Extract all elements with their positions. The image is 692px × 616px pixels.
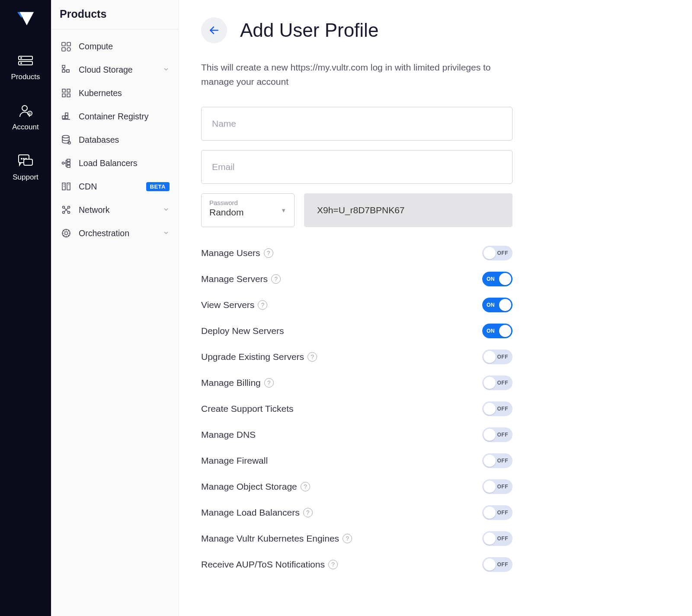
- password-mode-select[interactable]: Password Random ▼: [201, 193, 295, 227]
- permission-toggle[interactable]: OFF: [482, 427, 513, 442]
- toggle-knob: [499, 325, 511, 337]
- svg-rect-14: [62, 42, 65, 46]
- sidebar-item-kubernetes[interactable]: Kubernetes: [51, 81, 178, 105]
- svg-rect-18: [62, 65, 65, 68]
- svg-rect-24: [67, 94, 70, 97]
- permission-label: Upgrade Existing Servers: [201, 352, 304, 362]
- permission-label: Receive AUP/ToS Notifications: [201, 559, 325, 570]
- registry-icon: [61, 111, 72, 122]
- permission-toggle[interactable]: OFF: [482, 350, 513, 364]
- permission-row: Manage DNSOFF: [201, 422, 513, 448]
- svg-rect-33: [67, 165, 70, 167]
- rail-item-support[interactable]: Support: [0, 145, 51, 196]
- permission-toggle[interactable]: OFF: [482, 531, 513, 546]
- account-icon: $: [18, 104, 33, 119]
- svg-point-17: [67, 48, 70, 51]
- sidebar-list: ComputeCloud StorageKubernetesContainer …: [51, 29, 178, 245]
- permission-label: Manage Object Storage: [201, 481, 297, 492]
- name-field[interactable]: Name: [201, 107, 513, 141]
- svg-text:$: $: [29, 112, 31, 116]
- permission-toggle[interactable]: ON: [482, 298, 513, 312]
- compute-icon: [61, 41, 72, 52]
- sidebar-item-load-balancers[interactable]: Load Balancers: [51, 151, 178, 175]
- sidebar-item-label: Network: [79, 205, 163, 215]
- logo[interactable]: [16, 10, 35, 29]
- permission-toggle[interactable]: OFF: [482, 453, 513, 468]
- sidebar-item-network[interactable]: Network: [51, 198, 178, 221]
- toggle-state-text: OFF: [497, 458, 509, 464]
- email-field[interactable]: Email: [201, 150, 513, 184]
- network-icon: [61, 204, 72, 215]
- generated-password-field[interactable]: X9h=U_r8D7BPNK67: [304, 193, 513, 227]
- permission-toggle[interactable]: ON: [482, 272, 513, 286]
- toggle-state-text: ON: [487, 328, 495, 334]
- sidebar-item-label: Load Balancers: [79, 158, 170, 168]
- permission-row: Manage Servers?ON: [201, 266, 513, 292]
- toggle-knob: [484, 481, 496, 493]
- help-icon[interactable]: ?: [264, 248, 273, 258]
- help-icon[interactable]: ?: [308, 352, 317, 362]
- name-placeholder: Name: [212, 119, 236, 129]
- back-button[interactable]: [201, 17, 227, 43]
- permission-toggle[interactable]: OFF: [482, 557, 513, 572]
- sidebar-item-databases[interactable]: Databases: [51, 128, 178, 151]
- permission-toggle[interactable]: ON: [482, 324, 513, 338]
- permission-row: Receive AUP/ToS Notifications?OFF: [201, 552, 513, 578]
- help-icon[interactable]: ?: [264, 378, 274, 388]
- permission-row: Manage Billing?OFF: [201, 370, 513, 396]
- toggle-knob: [484, 403, 496, 415]
- sidebar-item-cdn[interactable]: CDNBETA: [51, 175, 178, 198]
- permission-label: Deploy New Servers: [201, 326, 284, 336]
- help-icon[interactable]: ?: [271, 274, 281, 284]
- permission-toggle[interactable]: OFF: [482, 375, 513, 390]
- products-icon: [18, 55, 33, 68]
- svg-rect-16: [62, 48, 65, 51]
- page-description: This will create a new https://my.vultr.…: [201, 61, 513, 89]
- help-icon[interactable]: ?: [328, 560, 338, 569]
- sidebar-item-compute[interactable]: Compute: [51, 35, 178, 58]
- svg-point-40: [68, 206, 70, 209]
- toggle-knob: [499, 299, 511, 311]
- svg-rect-15: [67, 42, 70, 46]
- permission-row: Manage Object Storage?OFF: [201, 474, 513, 500]
- permission-label: Manage Firewall: [201, 456, 268, 466]
- page-title: Add User Profile: [240, 19, 378, 41]
- sidebar-title: Products: [51, 0, 178, 29]
- permission-toggle[interactable]: OFF: [482, 401, 513, 416]
- svg-marker-1: [20, 12, 34, 26]
- chevron-down-icon: [163, 205, 170, 215]
- svg-rect-25: [62, 116, 65, 119]
- svg-rect-27: [65, 113, 68, 116]
- toggle-knob: [499, 273, 511, 285]
- toggle-state-text: ON: [487, 302, 495, 308]
- help-icon[interactable]: ?: [303, 508, 313, 517]
- cdn-icon: [61, 181, 72, 192]
- svg-point-30: [62, 162, 64, 164]
- svg-point-10: [21, 158, 22, 159]
- help-icon[interactable]: ?: [258, 300, 267, 310]
- svg-point-41: [63, 212, 65, 214]
- svg-point-28: [62, 135, 69, 138]
- lb-icon: [61, 157, 72, 169]
- permission-toggle[interactable]: OFF: [482, 246, 513, 260]
- permission-label: Create Support Tickets: [201, 404, 294, 414]
- sidebar-item-cloud-storage[interactable]: Cloud Storage: [51, 58, 178, 81]
- permission-label: Manage DNS: [201, 430, 256, 440]
- permission-toggle[interactable]: OFF: [482, 505, 513, 520]
- sidebar-item-container-registry[interactable]: Container Registry: [51, 105, 178, 128]
- svg-point-3: [21, 58, 22, 58]
- svg-rect-23: [62, 94, 65, 97]
- help-icon[interactable]: ?: [301, 482, 310, 491]
- toggle-state-text: OFF: [497, 484, 509, 490]
- permission-row: View Servers?ON: [201, 292, 513, 318]
- permission-toggle[interactable]: OFF: [482, 479, 513, 494]
- email-placeholder: Email: [212, 162, 235, 172]
- svg-point-5: [21, 63, 22, 64]
- help-icon[interactable]: ?: [343, 534, 352, 543]
- rail-item-products[interactable]: Products: [0, 47, 51, 95]
- rail-item-account[interactable]: $ Account: [0, 95, 51, 145]
- svg-rect-13: [24, 159, 32, 165]
- sidebar-item-orchestration[interactable]: Orchestration: [51, 221, 178, 245]
- svg-point-6: [22, 106, 27, 111]
- rail-label: Account: [12, 123, 38, 132]
